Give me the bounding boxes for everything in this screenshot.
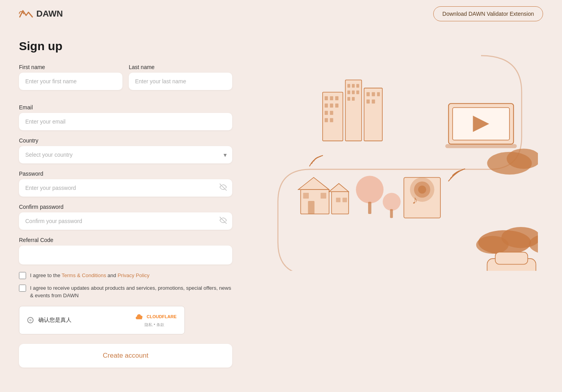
logo-text: DAWN	[36, 9, 63, 19]
referral-code-input[interactable]	[19, 246, 232, 264]
logo-icon	[19, 8, 34, 19]
svg-rect-8	[335, 103, 338, 107]
updates-checkbox[interactable]	[19, 285, 26, 292]
last-name-input[interactable]	[129, 73, 232, 90]
terms-checkbox-row: I agree to the Terms & Conditions and Pr…	[19, 272, 232, 279]
country-select-wrapper: Select your country United States United…	[19, 146, 232, 163]
svg-rect-46	[336, 198, 340, 202]
signup-form: Sign up First name Last name Email Count…	[19, 39, 232, 368]
svg-point-61	[476, 236, 508, 254]
eye-off-icon-confirm[interactable]	[220, 217, 227, 225]
last-name-label: Last name	[129, 64, 232, 70]
svg-rect-15	[351, 84, 354, 88]
svg-rect-42	[303, 193, 308, 199]
page-title: Sign up	[19, 39, 232, 53]
cf-brand: CLOUDFLARE	[132, 313, 177, 321]
svg-rect-41	[308, 201, 314, 214]
svg-rect-4	[330, 96, 333, 100]
svg-rect-34	[445, 144, 517, 148]
checkbox-section: I agree to the Terms & Conditions and Pr…	[19, 272, 232, 300]
cf-cloudflare-text: CLOUDFLARE	[147, 314, 177, 319]
password-label: Password	[19, 171, 232, 177]
svg-rect-26	[366, 99, 369, 103]
svg-text:♪: ♪	[412, 193, 417, 206]
name-row: First name Last name	[19, 64, 232, 97]
terms-checkbox[interactable]	[19, 272, 26, 279]
cf-sub-text: 隐私 • 条款	[145, 322, 164, 328]
svg-rect-47	[342, 198, 347, 202]
cf-left: 确认您是真人	[27, 317, 71, 324]
svg-rect-24	[372, 92, 375, 96]
svg-rect-16	[356, 84, 359, 88]
eye-off-icon[interactable]	[220, 184, 227, 192]
svg-rect-6	[325, 103, 328, 107]
cf-right: CLOUDFLARE 隐私 • 条款	[132, 313, 177, 328]
svg-point-50	[383, 193, 400, 211]
email-group: Email	[19, 104, 232, 130]
confirm-password-input[interactable]	[19, 212, 232, 230]
svg-rect-19	[356, 90, 359, 94]
last-name-group: Last name	[129, 64, 232, 90]
confirm-password-label: Confirm password	[19, 204, 232, 210]
svg-rect-21	[351, 97, 354, 101]
password-input-wrapper	[19, 179, 232, 197]
svg-rect-51	[390, 209, 393, 218]
referral-code-group: Referral Code	[19, 237, 232, 264]
svg-rect-25	[377, 92, 380, 96]
svg-rect-65	[495, 252, 528, 264]
svg-rect-14	[347, 84, 350, 88]
create-account-button[interactable]: Create account	[19, 344, 232, 368]
svg-rect-20	[347, 97, 350, 101]
first-name-input[interactable]	[19, 73, 122, 90]
hero-illustration: ♪	[254, 43, 538, 271]
first-name-label: First name	[19, 64, 122, 70]
svg-rect-5	[335, 96, 338, 100]
cf-radio	[27, 317, 34, 323]
svg-rect-9	[325, 111, 328, 115]
svg-rect-43	[320, 193, 326, 199]
country-label: Country	[19, 137, 232, 144]
email-label: Email	[19, 104, 232, 111]
updates-checkbox-row: I agree to receive updates about product…	[19, 284, 232, 300]
svg-rect-27	[372, 99, 375, 103]
svg-rect-11	[325, 118, 328, 122]
terms-label: I agree to the Terms & Conditions and Pr…	[30, 272, 150, 279]
first-name-group: First name	[19, 64, 122, 90]
svg-rect-7	[330, 103, 333, 107]
terms-link[interactable]: Terms & Conditions	[62, 272, 106, 278]
country-group: Country Select your country United State…	[19, 137, 232, 163]
svg-rect-10	[330, 111, 333, 115]
confirm-password-input-wrapper	[19, 212, 232, 230]
updates-label: I agree to receive updates about product…	[30, 284, 232, 300]
password-group: Password	[19, 171, 232, 197]
svg-rect-23	[366, 92, 369, 96]
email-input[interactable]	[19, 113, 232, 130]
svg-rect-3	[325, 96, 328, 100]
svg-rect-17	[347, 90, 350, 94]
svg-point-55	[418, 186, 426, 194]
svg-rect-49	[368, 202, 371, 214]
cloudflare-widget[interactable]: 确认您是真人 CLOUDFLARE 隐私 • 条款	[19, 306, 185, 334]
cloudflare-logo-icon	[132, 313, 145, 321]
illustration-section: ♪	[248, 39, 543, 368]
svg-point-48	[356, 176, 383, 203]
svg-rect-13	[345, 80, 361, 141]
svg-marker-44	[329, 184, 348, 192]
cf-verify-text: 确认您是真人	[38, 317, 71, 324]
svg-rect-12	[330, 118, 333, 122]
svg-rect-18	[351, 90, 354, 94]
svg-rect-45	[331, 191, 348, 214]
logo: DAWN	[19, 8, 63, 19]
app-header: DAWN Download DAWN Validator Extension	[0, 0, 562, 28]
privacy-link[interactable]: Privacy Policy	[118, 272, 150, 278]
password-input[interactable]	[19, 179, 232, 197]
referral-code-label: Referral Code	[19, 237, 232, 243]
download-extension-button[interactable]: Download DAWN Validator Extension	[433, 6, 543, 21]
country-select[interactable]: Select your country United States United…	[19, 146, 232, 163]
confirm-password-group: Confirm password	[19, 204, 232, 230]
svg-marker-39	[298, 177, 329, 189]
